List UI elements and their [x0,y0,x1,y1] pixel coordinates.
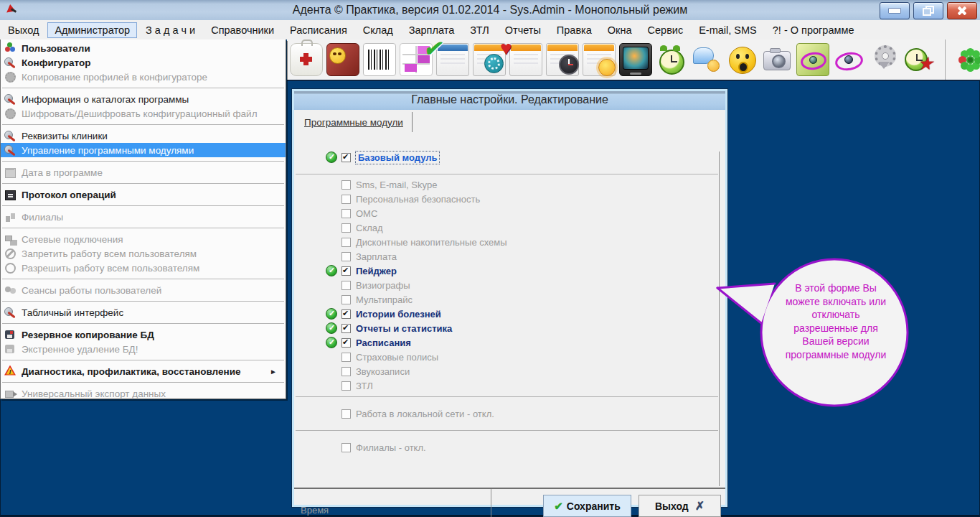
module-checkbox[interactable] [341,324,351,333]
menubar-item[interactable]: Справочники [204,22,281,38]
module-checkbox[interactable] [341,252,351,261]
menubar-item[interactable]: Администратор [47,22,137,38]
module-checkbox[interactable] [341,443,351,452]
notify-smiley-icon[interactable] [726,44,758,75]
first-aid-kit-icon[interactable] [290,43,323,76]
module-row: Мультипрайс [294,292,725,307]
menubar-item[interactable]: Отчеты [498,22,548,38]
view-eye-icon[interactable] [833,44,864,75]
menubar-item[interactable]: E-mail, SMS [692,22,764,38]
admin-menu-item[interactable]: Сетевые подключения [1,232,286,246]
exit-x-icon [689,499,705,513]
module-checkbox[interactable] [341,223,351,233]
menubar-item[interactable]: З а д а ч и [138,22,202,38]
admin-menu-item[interactable]: Филиалы [1,210,286,224]
module-checkbox[interactable] [341,381,351,391]
admin-menu-item[interactable]: Разрешить работу всем пользователям [1,261,286,275]
admin-menu-item[interactable]: Экстренное удаление БД! [1,342,286,356]
dialog-tab-bar: Программные модули [294,110,725,134]
module-checkbox[interactable] [341,180,351,190]
menubar-item[interactable]: Выход [1,22,46,38]
admin-menu-item-label: Дата в программе [22,167,283,178]
menubar-item[interactable]: Расписания [283,22,354,38]
toolbar-icons [287,43,935,76]
module-label: Пейджер [356,266,397,276]
admin-menu-item[interactable]: Пользователи [1,41,286,55]
admin-menu-item-label: Универсальный экспорт данных [22,388,283,399]
module-row: Расписания [294,335,725,350]
media-player-icon[interactable] [619,43,652,76]
admin-menu-item-label: Протокол операций [22,190,283,200]
module-checkbox[interactable] [341,153,351,162]
admin-menu-item[interactable]: Управление программными модулями [1,143,286,157]
patient-card-icon[interactable] [326,43,359,76]
module-checkbox[interactable] [341,295,351,304]
service-gear-icon[interactable] [868,44,900,75]
admin-menu-item[interactable]: Универсальный экспорт данных [1,386,286,401]
menubar-item[interactable]: ЗТЛ [463,22,496,38]
module-checkbox[interactable] [341,409,351,419]
dialog-title: Главные настройки. Редактирование [294,91,725,110]
restore-button[interactable] [913,2,943,19]
module-checkbox[interactable] [341,281,351,290]
menubar-item[interactable]: Склад [356,22,400,38]
icq-flower-icon[interactable] [954,44,980,75]
save-button[interactable]: Сохранить [543,495,631,517]
module-checkbox[interactable] [341,367,351,376]
module-label: Истории болезней [356,309,441,320]
admin-menu-item[interactable]: Диагностика, профилактика, восстановлени… [1,364,286,378]
module-checkbox[interactable] [341,195,351,204]
admin-menu-item[interactable]: Информация о каталогах программы [1,92,286,106]
reminder-star-icon[interactable] [903,44,935,75]
menu-separator [2,279,284,279]
calendar-clock-icon[interactable] [546,43,579,76]
buildings-icon [4,211,17,223]
admin-menu-item[interactable]: Табличный интерфейс [1,305,286,320]
alarm-clock-icon[interactable] [656,44,687,75]
module-checkbox[interactable] [341,209,351,218]
menubar-item[interactable]: Правка [550,22,599,38]
calendar-heart-icon[interactable] [509,43,542,76]
admin-menu-item-label: Конфигуратор [22,57,283,68]
chat-icon[interactable] [691,44,722,75]
camera-icon[interactable] [761,44,793,75]
module-label: Персональная безопасность [356,194,480,205]
admin-menu-item[interactable]: Резервное копирование БД [1,327,286,342]
calendar-check-icon[interactable] [436,43,469,76]
minimize-button[interactable] [880,2,910,19]
submenu-arrow-icon: ► [270,368,277,376]
module-checkbox[interactable] [341,238,351,247]
visiograph-eye-icon[interactable] [796,43,829,76]
module-checkbox[interactable] [341,266,351,276]
menubar-item[interactable]: ?! - О программе [765,22,862,38]
allow-icon [4,262,17,274]
admin-menu-item[interactable]: Сеансы работы пользователей [1,283,286,297]
toolbar-right-panel [945,39,980,80]
module-row: Истории болезней [294,307,725,321]
module-row: Филиалы - откл. [294,440,725,455]
admin-menu-item[interactable]: Копирование профилей в конфигураторе [1,70,286,84]
menu-bar: ВыходАдминистраторЗ а д а ч иСправочники… [0,20,980,39]
close-icon [956,6,968,16]
menubar-item[interactable]: Окна [600,22,639,38]
admin-menu-item[interactable]: Запретить работу всем пользователям [1,246,286,261]
tab-program-modules[interactable]: Программные модули [304,117,403,128]
admin-menu-item[interactable]: Шифровать/Дешифровать конфигурационный ф… [1,106,286,121]
module-label: Расписания [356,337,411,348]
admin-menu-item[interactable]: Конфигуратор [1,55,286,70]
module-checkbox[interactable] [341,338,351,348]
admin-menu-item-label: Шифровать/Дешифровать конфигурационный ф… [22,108,283,119]
barcode-icon[interactable] [363,43,396,76]
close-button[interactable] [947,2,977,19]
administrator-dropdown-menu: ПользователиКонфигураторКопирование проф… [0,39,286,399]
admin-menu-item[interactable]: Реквизиты клиники [1,129,286,143]
admin-menu-item[interactable]: Протокол операций [1,187,286,202]
module-row: Отчеты и статистика [294,321,725,335]
menubar-item[interactable]: Сервис [641,22,691,38]
admin-menu-item[interactable]: Дата в программе [1,165,286,180]
module-checkbox[interactable] [341,309,351,319]
module-checkbox[interactable] [341,353,351,362]
time-field: Время [294,489,491,517]
exit-button[interactable]: Выход [639,495,721,517]
calendar-day-icon[interactable] [583,43,616,76]
